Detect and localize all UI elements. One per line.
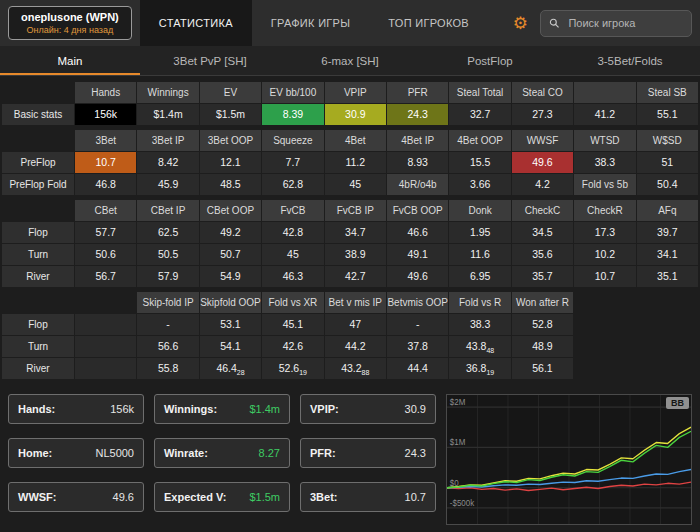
search-box[interactable] (540, 10, 692, 37)
stat-cell[interactable]: 46.428 (200, 358, 261, 379)
stat-cell[interactable]: 52.8 (512, 314, 573, 335)
stat-cell[interactable]: 50.5 (137, 244, 198, 265)
stat-cell[interactable]: 10.7 (75, 152, 136, 173)
stat-cell[interactable] (75, 358, 136, 379)
stat-cell[interactable]: 51 (637, 152, 698, 173)
stat-cell[interactable]: 10.7 (574, 266, 635, 287)
stat-cell[interactable]: 156k (75, 104, 136, 125)
stat-cell[interactable]: 44.4 (387, 358, 448, 379)
chart-unit-badge[interactable]: BB (666, 397, 689, 409)
stats-section: HandsWinningsEVEV bb/100VPIPPFRSteal Tot… (2, 82, 698, 125)
tab-game-graph[interactable]: ГРАФИК ИГРЫ (252, 0, 370, 46)
stat-cell[interactable]: 34.5 (512, 222, 573, 243)
stat-cell[interactable]: 27.3 (512, 104, 573, 125)
stat-cell[interactable]: 50.4 (637, 174, 698, 195)
stat-cell[interactable]: 35.1 (637, 266, 698, 287)
stat-cell[interactable]: $1.5m (200, 104, 261, 125)
stat-cell[interactable]: 56.7 (75, 266, 136, 287)
stat-cell[interactable]: 36.819 (449, 358, 510, 379)
stat-cell[interactable]: 54.1 (200, 336, 261, 357)
stat-cell[interactable]: 3.66 (449, 174, 510, 195)
stat-cell[interactable]: 1.95 (449, 222, 510, 243)
stat-cell[interactable]: 42.8 (262, 222, 323, 243)
stat-cell[interactable]: 41.2 (574, 104, 635, 125)
stat-cell[interactable]: 34.1 (637, 244, 698, 265)
stat-cell[interactable]: 46.6 (387, 222, 448, 243)
stat-cell (637, 292, 698, 313)
subtab-main[interactable]: Main (0, 46, 140, 75)
stat-cell (637, 358, 698, 379)
stat-cell[interactable]: 10.2 (574, 244, 635, 265)
tab-top-players[interactable]: ТОП ИГРОКОВ (369, 0, 488, 46)
stat-cell[interactable]: 49.2 (200, 222, 261, 243)
stat-cell[interactable]: 15.5 (449, 152, 510, 173)
stat-cell[interactable]: 8.42 (137, 152, 198, 173)
stat-cell[interactable]: 50.7 (200, 244, 261, 265)
stat-cell[interactable] (75, 314, 136, 335)
stat-cell[interactable] (75, 336, 136, 357)
stats-row: Turn50.650.550.74538.949.111.635.610.234… (2, 244, 698, 265)
stat-cell[interactable]: 12.1 (200, 152, 261, 173)
stat-cell[interactable]: 45.1 (262, 314, 323, 335)
stat-cell[interactable]: - (387, 314, 448, 335)
stat-cell[interactable]: 6.95 (449, 266, 510, 287)
stat-cell[interactable]: 62.8 (262, 174, 323, 195)
player-info-box[interactable]: oneplusone (WPN) Онлайн: 4 дня назад (8, 6, 132, 40)
stat-cell[interactable]: 57.9 (137, 266, 198, 287)
subtab-postflop[interactable]: PostFlop (420, 46, 560, 75)
stat-cell[interactable]: 49.6 (512, 152, 573, 173)
stat-cell[interactable]: 30.9 (325, 104, 386, 125)
stat-cell[interactable]: 55.1 (637, 104, 698, 125)
stat-cell[interactable]: 11.2 (325, 152, 386, 173)
search-input[interactable] (566, 16, 683, 30)
stat-cell[interactable]: 43.848 (449, 336, 510, 357)
stat-cell[interactable]: 56.6 (137, 336, 198, 357)
stat-cell[interactable]: 56.1 (512, 358, 573, 379)
stat-cell[interactable]: 39.7 (637, 222, 698, 243)
stat-cell[interactable]: 42.7 (325, 266, 386, 287)
stat-cell[interactable]: 38.9 (325, 244, 386, 265)
stat-cell[interactable]: 57.7 (75, 222, 136, 243)
stat-cell[interactable]: 53.1 (200, 314, 261, 335)
stat-cell[interactable]: 43.288 (325, 358, 386, 379)
stat-cell[interactable]: 37.8 (387, 336, 448, 357)
stat-cell[interactable]: 8.39 (262, 104, 323, 125)
stat-cell[interactable]: 54.9 (200, 266, 261, 287)
stat-cell[interactable]: 50.6 (75, 244, 136, 265)
stat-cell[interactable]: 44.2 (325, 336, 386, 357)
stat-cell[interactable]: 48.5 (200, 174, 261, 195)
subtab-3bet-pvp-sh[interactable]: 3Bet PvP [SH] (140, 46, 280, 75)
stat-cell[interactable]: 8.93 (387, 152, 448, 173)
stat-cell[interactable]: 11.6 (449, 244, 510, 265)
stat-cell[interactable]: 45 (262, 244, 323, 265)
stat-cell[interactable]: 48.9 (512, 336, 573, 357)
tab-statistics[interactable]: СТАТИСТИКА (140, 0, 252, 46)
stat-cell[interactable]: 32.7 (449, 104, 510, 125)
stat-cell[interactable]: 47 (325, 314, 386, 335)
stat-cell[interactable]: 52.619 (262, 358, 323, 379)
stat-cell[interactable]: 17.3 (574, 222, 635, 243)
stat-cell[interactable]: 49.1 (387, 244, 448, 265)
stat-cell[interactable]: 7.7 (262, 152, 323, 173)
summary-winrate-label: Winrate: (164, 447, 208, 459)
stat-cell[interactable]: 34.7 (325, 222, 386, 243)
stat-cell[interactable]: 49.6 (387, 266, 448, 287)
subtab-6max-sh[interactable]: 6-max [SH] (280, 46, 420, 75)
stat-cell[interactable]: 24.3 (387, 104, 448, 125)
stat-cell[interactable]: $1.4m (137, 104, 198, 125)
stat-cell[interactable]: 45 (325, 174, 386, 195)
stat-cell[interactable]: 38.3 (449, 314, 510, 335)
stat-cell[interactable]: 62.5 (137, 222, 198, 243)
stat-cell[interactable]: - (137, 314, 198, 335)
stat-cell[interactable]: 4.2 (512, 174, 573, 195)
stat-cell[interactable]: 46.3 (262, 266, 323, 287)
stat-cell[interactable]: 45.9 (137, 174, 198, 195)
stat-cell[interactable]: 38.3 (574, 152, 635, 173)
stat-cell[interactable]: 55.8 (137, 358, 198, 379)
gear-icon[interactable]: ⚙ (513, 15, 528, 32)
stat-cell[interactable]: 35.6 (512, 244, 573, 265)
stat-cell[interactable]: 42.6 (262, 336, 323, 357)
stat-cell[interactable]: 35.7 (512, 266, 573, 287)
stat-cell[interactable]: 46.8 (75, 174, 136, 195)
subtab-3-5bet-folds[interactable]: 3-5Bet/Folds (560, 46, 700, 75)
